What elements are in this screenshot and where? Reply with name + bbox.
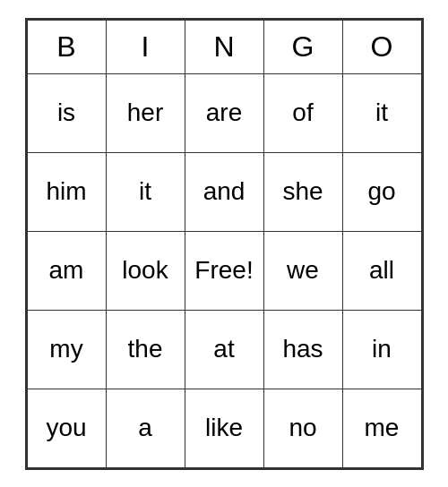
header-i: I — [106, 20, 185, 73]
table-cell: the — [106, 310, 185, 389]
table-cell: like — [185, 389, 263, 467]
table-cell: go — [342, 152, 421, 231]
table-cell: has — [263, 310, 342, 389]
header-n: N — [185, 20, 263, 73]
bingo-table: B I N G O isherareofithimitandshegoamloo… — [27, 20, 422, 468]
table-cell: a — [106, 389, 185, 467]
table-cell: am — [27, 231, 106, 310]
table-cell: and — [185, 152, 263, 231]
table-cell: all — [342, 231, 421, 310]
table-cell: him — [27, 152, 106, 231]
table-cell: are — [185, 73, 263, 152]
table-cell: Free! — [185, 231, 263, 310]
bingo-card: B I N G O isherareofithimitandshegoamloo… — [25, 18, 424, 470]
table-row: isherareofit — [27, 73, 421, 152]
table-row: himitandshego — [27, 152, 421, 231]
table-row: mytheathasin — [27, 310, 421, 389]
header-o: O — [342, 20, 421, 73]
table-cell: at — [185, 310, 263, 389]
table-cell: my — [27, 310, 106, 389]
table-cell: look — [106, 231, 185, 310]
table-cell: we — [263, 231, 342, 310]
table-cell: me — [342, 389, 421, 467]
table-cell: is — [27, 73, 106, 152]
table-row: youalikenome — [27, 389, 421, 467]
table-cell: you — [27, 389, 106, 467]
table-cell: in — [342, 310, 421, 389]
table-cell: of — [263, 73, 342, 152]
table-cell: it — [106, 152, 185, 231]
header-b: B — [27, 20, 106, 73]
table-cell: it — [342, 73, 421, 152]
header-row: B I N G O — [27, 20, 421, 73]
table-cell: her — [106, 73, 185, 152]
table-row: amlookFree!weall — [27, 231, 421, 310]
table-cell: she — [263, 152, 342, 231]
header-g: G — [263, 20, 342, 73]
table-cell: no — [263, 389, 342, 467]
